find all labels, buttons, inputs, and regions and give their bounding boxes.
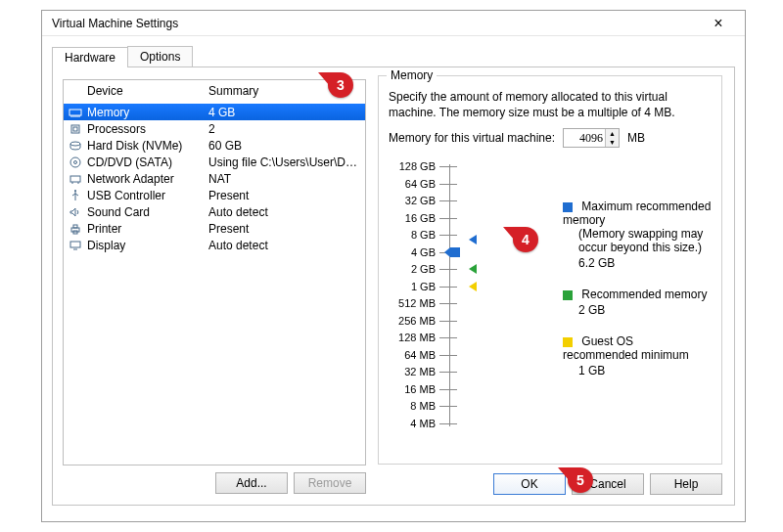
legend-guest-value: 1 GB xyxy=(578,364,712,377)
device-row-net[interactable]: Network AdapterNAT xyxy=(64,170,365,187)
svg-rect-0 xyxy=(69,110,81,115)
device-row-printer[interactable]: PrinterPresent xyxy=(64,220,365,237)
legend-guest: Guest OS recommended minimum 1 GB xyxy=(563,334,712,377)
guest-marker-icon xyxy=(469,282,477,291)
device-row-display[interactable]: DisplayAuto detect xyxy=(64,237,365,253)
device-buttons: Add... Remove xyxy=(63,472,366,498)
callout-3: 3 xyxy=(328,72,353,98)
svg-point-5 xyxy=(74,160,77,163)
scale-label: 64 MB xyxy=(389,349,436,361)
close-icon[interactable]: × xyxy=(698,11,739,35)
device-row-usb[interactable]: USB ControllerPresent xyxy=(64,187,365,203)
device-row-memory[interactable]: Memory4 GB xyxy=(64,104,365,120)
memory-field-row: Memory for this virtual machine: ▲▼ MB xyxy=(389,128,712,148)
memory-slider-head[interactable] xyxy=(450,247,464,257)
scale-tick xyxy=(439,200,457,201)
device-name: Network Adapter xyxy=(87,172,208,186)
device-name: Memory xyxy=(87,106,208,119)
memory-description: Specify the amount of memory allocated t… xyxy=(389,90,712,120)
remove-button: Remove xyxy=(294,472,366,494)
scale-tick xyxy=(439,406,457,407)
device-summary: Auto detect xyxy=(208,239,361,252)
header-summary: Summary xyxy=(208,84,258,98)
client-area: Hardware Options Device Summary Memory4 … xyxy=(52,46,735,513)
cddvd-icon xyxy=(68,155,83,169)
device-summary: 4 GB xyxy=(208,106,361,119)
device-list[interactable]: Device Summary Memory4 GBProcessors2Hard… xyxy=(63,79,366,466)
scale-tick xyxy=(439,355,457,356)
callout-5: 5 xyxy=(568,467,593,493)
device-name: Processors xyxy=(87,122,208,136)
max-marker-icon xyxy=(469,235,477,244)
scale-label: 64 GB xyxy=(389,178,436,190)
device-summary: Present xyxy=(208,189,361,202)
dialog-buttons: OK Cancel Help xyxy=(493,473,722,495)
scale-tick xyxy=(439,372,457,373)
scale-tick xyxy=(439,218,457,219)
scale-tick xyxy=(439,389,457,390)
device-row-sound[interactable]: Sound CardAuto detect xyxy=(64,203,365,220)
scale-tick xyxy=(439,337,457,338)
scale-label: 128 GB xyxy=(389,160,436,172)
memory-scale[interactable]: Maximum recommended memory (Memory swapp… xyxy=(389,160,712,456)
scale-label: 32 MB xyxy=(389,366,436,377)
scale-tick xyxy=(439,184,457,185)
scale-tick xyxy=(439,423,457,424)
legend-max-label: Maximum recommended memory xyxy=(563,200,711,227)
scale-label: 512 MB xyxy=(389,297,436,309)
tab-options[interactable]: Options xyxy=(127,46,193,66)
settings-window: Virtual Machine Settings × Hardware Opti… xyxy=(41,10,746,522)
svg-rect-9 xyxy=(73,225,77,228)
device-summary: 2 xyxy=(208,122,361,136)
device-name: Printer xyxy=(87,222,208,236)
svg-point-4 xyxy=(70,157,80,167)
legend-rec-value: 2 GB xyxy=(578,303,712,317)
legend-max: Maximum recommended memory (Memory swapp… xyxy=(563,200,712,270)
square-icon xyxy=(563,290,573,300)
legend-rec: Recommended memory 2 GB xyxy=(563,288,712,317)
titlebar: Virtual Machine Settings × xyxy=(42,11,745,36)
device-name: Hard Disk (NVMe) xyxy=(87,139,208,153)
device-name: Sound Card xyxy=(87,205,208,219)
scale-label: 16 GB xyxy=(389,212,436,224)
scale-label: 256 MB xyxy=(389,315,436,327)
add-button[interactable]: Add... xyxy=(215,472,288,494)
square-icon xyxy=(563,337,573,347)
memory-legend: Maximum recommended memory (Memory swapp… xyxy=(563,200,712,395)
help-button[interactable]: Help xyxy=(650,473,722,495)
memory-group: Memory Specify the amount of memory allo… xyxy=(378,75,722,465)
memory-unit: MB xyxy=(627,131,645,145)
group-title: Memory xyxy=(387,68,437,82)
scale-label: 128 MB xyxy=(389,332,436,343)
device-summary: Present xyxy=(208,222,361,236)
memory-field-label: Memory for this virtual machine: xyxy=(389,131,555,145)
spin-buttons[interactable]: ▲▼ xyxy=(605,129,619,147)
window-title: Virtual Machine Settings xyxy=(52,17,178,30)
device-row-cpu[interactable]: Processors2 xyxy=(64,120,365,137)
memory-spinner[interactable]: ▲▼ xyxy=(563,128,620,148)
device-summary: Using file C:\Users\User\Do... xyxy=(208,155,361,169)
scale-label: 8 GB xyxy=(389,229,436,241)
device-name: Display xyxy=(87,239,208,252)
device-name: USB Controller xyxy=(87,189,208,202)
scale-label: 2 GB xyxy=(389,263,436,275)
memory-slider-track[interactable] xyxy=(449,164,457,426)
rec-marker-icon xyxy=(469,264,477,274)
device-row-hdd[interactable]: Hard Disk (NVMe)60 GB xyxy=(64,137,365,154)
device-row-cddvd[interactable]: CD/DVD (SATA)Using file C:\Users\User\Do… xyxy=(64,154,365,170)
scale-tick xyxy=(439,287,457,288)
sound-icon xyxy=(68,205,83,219)
legend-max-value: 6.2 GB xyxy=(578,256,712,270)
ok-button[interactable]: OK xyxy=(493,473,566,495)
usb-icon xyxy=(68,189,83,202)
device-name: CD/DVD (SATA) xyxy=(87,155,208,169)
panel-hardware: Device Summary Memory4 GBProcessors2Hard… xyxy=(52,67,735,506)
device-list-body: Memory4 GBProcessors2Hard Disk (NVMe)60 … xyxy=(64,104,365,253)
scale-label: 8 MB xyxy=(389,400,436,412)
scale-label: 32 GB xyxy=(389,195,436,206)
legend-rec-label: Recommended memory xyxy=(581,288,707,301)
device-summary: 60 GB xyxy=(208,139,361,153)
legend-max-sub: (Memory swapping may occur beyond this s… xyxy=(578,227,712,254)
tab-hardware[interactable]: Hardware xyxy=(52,47,128,67)
legend-guest-label: Guest OS recommended minimum xyxy=(563,334,689,362)
